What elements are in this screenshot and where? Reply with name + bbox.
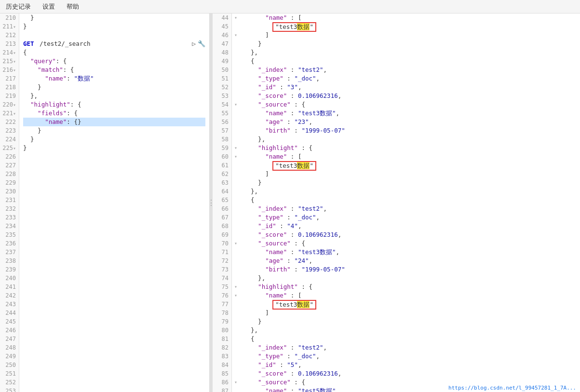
- left-line-num-248: 248: [0, 343, 19, 352]
- left-code-line-225: }: [23, 144, 205, 152]
- right-line-num-49: 49: [213, 57, 231, 66]
- left-line-num-235: 235: [0, 230, 19, 239]
- right-line-num-82: 82: [213, 343, 231, 352]
- right-line-num-87: 87: [213, 387, 231, 392]
- right-line-num-86: 86: [213, 378, 231, 387]
- left-line-num-244: 244: [0, 309, 19, 317]
- menu-history[interactable]: 历史记录: [4, 1, 33, 12]
- right-code-line-44: "name" : [: [243, 14, 576, 22]
- right-line-num-74: 74: [213, 274, 231, 283]
- right-fold-76: ▾: [232, 291, 240, 300]
- left-line-num-217: 217: [0, 74, 19, 83]
- left-code-line-221: "fields": {: [23, 109, 205, 118]
- right-code-line-76: "name" : [: [243, 291, 576, 300]
- right-code-area[interactable]: 4445464748495051525354555657585960616263…: [213, 14, 580, 392]
- left-line-num-212: 212: [0, 31, 19, 40]
- right-code-line-84: "_id" : "5",: [243, 361, 576, 369]
- right-line-num-83: 83: [213, 352, 231, 361]
- right-code-line-62: ]: [243, 170, 576, 178]
- left-code-area[interactable]: 210211▾212213214▾215▾216▾217218219220▾22…: [0, 14, 209, 392]
- right-fold-58: [232, 135, 240, 144]
- right-code-line-81: {: [243, 335, 576, 343]
- menu-help[interactable]: 帮助: [65, 1, 81, 12]
- settings-icon[interactable]: 🔧: [198, 40, 205, 48]
- right-code-line-74: },: [243, 274, 576, 283]
- left-code-line-215: "query": {: [23, 57, 205, 66]
- right-fold-70: ▾: [232, 239, 240, 248]
- left-line-num-225: 225▾: [0, 144, 19, 152]
- right-line-num-67: 67: [213, 213, 231, 222]
- right-code-line-65: {: [243, 196, 576, 204]
- left-line-num-252: 252: [0, 378, 19, 387]
- right-code-line-45: "test3数据": [243, 22, 576, 31]
- right-panel: 4445464748495051525354555657585960616263…: [213, 14, 580, 392]
- right-fold-61: [232, 161, 240, 170]
- right-line-num-50: 50: [213, 66, 231, 74]
- highlight-redbox: "test3数据": [272, 161, 316, 171]
- left-line-num-246: 246: [0, 326, 19, 335]
- left-line-num-239: 239: [0, 265, 19, 274]
- left-line-num-250: 250: [0, 361, 19, 369]
- right-line-num-64: 64: [213, 187, 231, 196]
- right-fold-52: [232, 83, 240, 92]
- right-code-line-50: "_index" : "test2",: [243, 66, 576, 74]
- right-line-num-85: 85: [213, 369, 231, 378]
- right-line-num-61: 61: [213, 161, 231, 170]
- menu-settings[interactable]: 设置: [40, 1, 57, 12]
- right-code-line-61: "test3数据": [243, 161, 576, 170]
- left-code-line-243: [23, 300, 205, 309]
- right-fold-72: [232, 257, 240, 265]
- left-code-line-245: [23, 317, 205, 326]
- left-code-line-217: "name": "数据": [23, 74, 205, 83]
- left-line-num-242: 242: [0, 291, 19, 300]
- right-fold-78: [232, 309, 240, 317]
- right-fold-67: [232, 213, 240, 222]
- left-code-line-210: }: [23, 14, 205, 22]
- highlight-redbox: "test3数据": [272, 22, 316, 32]
- left-line-num-223: 223: [0, 126, 19, 135]
- right-fold-83: [232, 352, 240, 361]
- right-fold-84: [232, 361, 240, 369]
- left-code-line-231: [23, 196, 205, 204]
- left-code-line-250: [23, 361, 205, 369]
- right-fold-46: ▾: [232, 31, 240, 40]
- right-code-line-47: }: [243, 40, 576, 48]
- right-line-num-77: 77: [213, 300, 231, 309]
- run-button[interactable]: ▷: [192, 40, 196, 48]
- left-line-num-240: 240: [0, 274, 19, 283]
- right-fold-49: [232, 57, 240, 66]
- left-line-num-241: 241: [0, 283, 19, 291]
- right-fold-87: [232, 387, 240, 392]
- right-line-num-75: 75: [213, 283, 231, 291]
- left-line-num-220: 220▾: [0, 100, 19, 109]
- request-method: GET: [23, 40, 38, 48]
- right-code-line-66: "_index" : "test2",: [243, 204, 576, 213]
- right-fold-57: [232, 126, 240, 135]
- right-fold-65: [232, 196, 240, 204]
- request-path: /test2/_search: [40, 40, 90, 48]
- left-code-line-213: GET /test2/_search▷🔧: [23, 40, 205, 48]
- left-line-num-211: 211▾: [0, 22, 19, 31]
- right-line-num-80: 80: [213, 326, 231, 335]
- left-code-line-240: [23, 274, 205, 283]
- left-code-line-238: [23, 257, 205, 265]
- right-line-num-58: 58: [213, 135, 231, 144]
- right-line-num-60: 60: [213, 152, 231, 161]
- left-line-num-222: 222: [0, 118, 19, 126]
- right-fold-56: [232, 118, 240, 126]
- right-line-num-84: 84: [213, 361, 231, 369]
- left-code-line-226: [23, 152, 205, 161]
- right-code-line-56: "age" : "23",: [243, 118, 576, 126]
- left-code-line-230: [23, 187, 205, 196]
- right-code-line-73: "birth" : "1999-05-07": [243, 265, 576, 274]
- right-code-line-71: "name" : "test3数据",: [243, 248, 576, 257]
- left-code-line-239: [23, 265, 205, 274]
- left-code-line-244: [23, 309, 205, 317]
- right-line-num-68: 68: [213, 222, 231, 230]
- right-fold-59: ▾: [232, 144, 240, 152]
- right-line-num-56: 56: [213, 118, 231, 126]
- right-fold-73: [232, 265, 240, 274]
- right-line-numbers: 4445464748495051525354555657585960616263…: [213, 14, 232, 392]
- left-line-num-213: 213: [0, 40, 19, 48]
- right-code-line-49: {: [243, 57, 576, 66]
